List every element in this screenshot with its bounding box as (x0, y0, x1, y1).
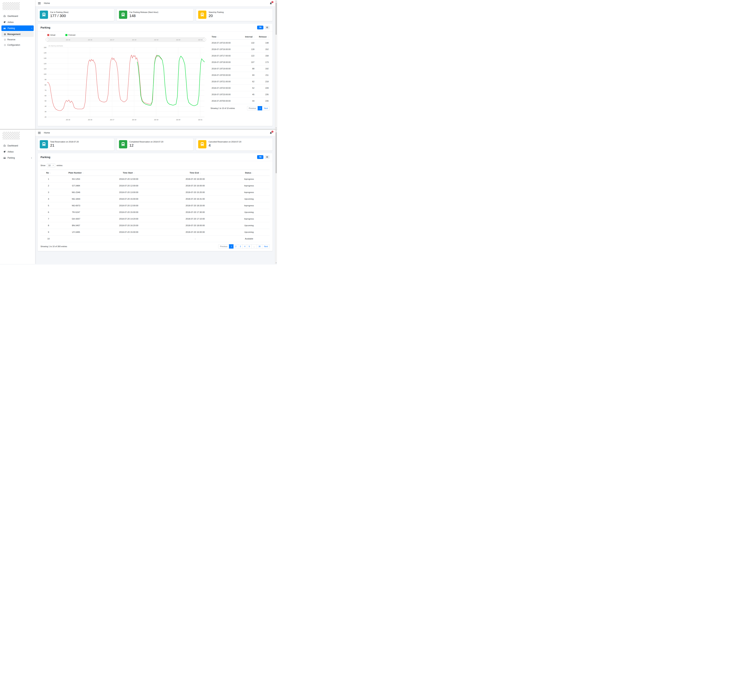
pagination-page-4[interactable]: 4 (242, 244, 247, 249)
sort-icon: ↑↓ (252, 172, 253, 174)
release-table-column: Time↑↓Internal↑↓Release↑↓ 2018-07-19T15:… (210, 33, 270, 125)
table-cell: Upcoming (228, 209, 270, 216)
pagination-page-5[interactable]: 5 (247, 244, 251, 249)
entries-select[interactable]: 10 ▼ (47, 164, 55, 167)
pagination-previous[interactable]: Previous (218, 244, 229, 249)
column-header-no[interactable]: No↑↓ (41, 170, 57, 176)
column-header-release[interactable]: Release↑↓ (256, 34, 270, 40)
table-cell: NG-1844 (57, 196, 95, 202)
bus-icon (40, 140, 48, 149)
table-cell: Upcoming (228, 196, 270, 202)
sidebar-item-management[interactable]: Management (1, 32, 34, 37)
panel-header: Parking TR IB (38, 153, 273, 161)
scroll-up-arrow[interactable]: ▲ (275, 0, 277, 2)
table-cell: 6 (41, 209, 57, 216)
chart-text: Jul 19 (154, 119, 159, 121)
notifications-bell[interactable]: 0 (269, 2, 272, 4)
ib-toggle-button[interactable]: IB (264, 26, 270, 29)
table-cell: 2018-07-20 15:00:00 (95, 209, 162, 216)
browser-scrollbar[interactable]: ▲ ▼ (275, 0, 277, 129)
table-cell: 2018-07-20 16:41:00 (162, 196, 228, 202)
table-cell: 2018-07-19T18:00:00 (210, 59, 241, 65)
chart-text: Jul 20 (176, 119, 181, 121)
menu-toggle-icon[interactable] (38, 132, 41, 134)
tr-toggle-button[interactable]: TR (257, 26, 263, 29)
chart-text: 40 (45, 105, 46, 107)
sidebar-item-parking[interactable]: Parking ‹ (1, 155, 34, 160)
scrollbar-thumb[interactable] (276, 3, 277, 35)
table-cell: NV-1253 (57, 176, 95, 182)
chart-scrollbar-track (47, 37, 204, 42)
browser-scrollbar[interactable]: ▲ ▼ (275, 129, 277, 264)
sidebar-item-parking[interactable]: Parking ‹ (1, 25, 34, 31)
scroll-down-arrow[interactable]: ▼ (275, 262, 277, 264)
show-entries-control: Show 10 ▼ entries (41, 164, 270, 167)
table-cell: 2018-07-20 14:20:00 (95, 216, 162, 222)
chart-text: Jul 17 (110, 119, 114, 121)
menu-toggle-icon[interactable] (38, 2, 41, 4)
home-link[interactable]: Home (44, 132, 50, 134)
table-row: 2018-07-19T16:00:00128152 (210, 46, 270, 53)
table-row: 2018-07-20T00:00:0044236 (210, 98, 270, 104)
pagination: Previous1Next (247, 106, 270, 110)
showing-entries-text: Showing 1 to 10 of 300 entries (41, 246, 67, 247)
stat-card-completed-reservation: Completed Reservation on 2018-07-20 12 (117, 138, 193, 150)
tr-toggle-button[interactable]: TR (257, 155, 263, 159)
table-row: 6TR-52472018-07-20 15:00:002018-07-20 17… (41, 209, 270, 216)
pagination-page-1[interactable]: 1 (229, 244, 234, 249)
scroll-up-arrow[interactable]: ▲ (275, 129, 277, 132)
column-header-internal[interactable]: Internal↑↓ (241, 34, 256, 40)
table-cell: 235 (256, 91, 270, 98)
ib-toggle-button[interactable]: IB (264, 155, 270, 159)
table-cell: 2018-07-20 12:00:00 (95, 176, 162, 182)
table-row: 3NG-23462018-07-20 13:00:002018-07-20 15… (41, 189, 270, 196)
notifications-bell[interactable]: 0 (269, 132, 272, 134)
app-logo (3, 132, 20, 140)
chart-text: 70 (45, 90, 46, 91)
forecast-swatch (65, 34, 68, 36)
chart-text: 150 (44, 47, 46, 49)
column-header-time[interactable]: Time↑↓ (210, 34, 241, 40)
chart-text: Jul 19 (154, 39, 159, 41)
pagination-previous[interactable]: Previous (247, 106, 258, 110)
panel-header: Parking TR IB (38, 24, 273, 32)
sidebar-item-dashboard[interactable]: Dashboard (1, 143, 34, 149)
home-link[interactable]: Home (44, 2, 50, 4)
stat-card-body: Car Parking Release (Next Hour) 148 (129, 10, 158, 19)
main-area: Home 0 Total Reservation on 2018-07-20 2… (35, 129, 275, 264)
sidebar-item-dashboard[interactable]: Dashboard (1, 13, 34, 19)
page: Dashboard Airbox Parking ‹ Management (0, 0, 277, 265)
column-header-time-start[interactable]: Time Start↑↓ (95, 170, 162, 176)
scrollbar-thumb[interactable] (276, 132, 277, 173)
sidebar-item-reserve[interactable]: Reserve (1, 37, 34, 42)
reservations-table-body: 1NV-12532018-07-20 12:00:002018-07-20 16… (41, 176, 270, 242)
pagination-next[interactable]: Next (262, 106, 270, 110)
sidebar-item-airbox[interactable]: Airbox (1, 149, 34, 154)
scroll-down-arrow[interactable]: ▼ (275, 127, 277, 129)
column-header-plate-number[interactable]: Plate Number↑↓ (57, 170, 95, 176)
table-cell: - (162, 235, 228, 242)
stat-card-value: 177 / 300 (50, 14, 68, 18)
pagination-page-1[interactable]: 1 (258, 106, 262, 110)
sidebar-item-label: Parking (7, 157, 15, 159)
pagination-page-2[interactable]: 2 (234, 244, 238, 249)
table-cell: Inprogress (228, 176, 270, 182)
view-toggle: TR IB (257, 26, 270, 29)
sidebar-item-label: Parking (7, 27, 15, 29)
pagination-next[interactable]: Next (262, 244, 270, 249)
table-cell: 158 (256, 53, 270, 59)
chart-text: 30 (45, 111, 46, 113)
table-cell: 2018-07-20 13:00:00 (95, 189, 162, 196)
sidebar-item-configuration[interactable]: Configuration (1, 42, 34, 48)
sidebar-item-airbox[interactable]: Airbox (1, 19, 34, 25)
sort-icon: ↑↓ (267, 36, 269, 38)
chart-text: Jul 21 (198, 39, 203, 41)
chart-text: Jul 15 (66, 119, 70, 121)
stat-card-value: 148 (129, 14, 158, 18)
pagination-page-30[interactable]: 30 (257, 244, 263, 249)
column-header-status[interactable]: Status↑↓ (228, 170, 270, 176)
column-header-time-end[interactable]: Time End↑↓ (162, 170, 228, 176)
pagination-page-3[interactable]: 3 (238, 244, 242, 249)
notification-badge: 0 (272, 131, 273, 132)
table-cell: 8 (41, 222, 57, 229)
